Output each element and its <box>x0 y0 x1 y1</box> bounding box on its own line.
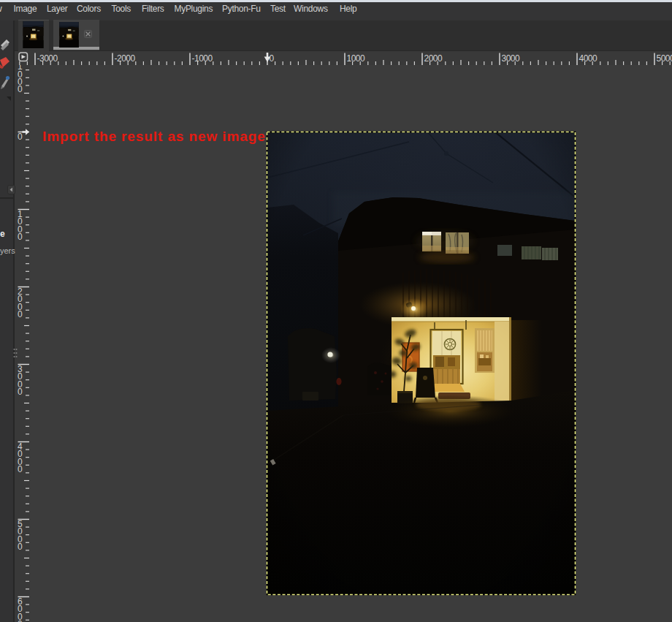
svg-text:0: 0 <box>18 387 23 397</box>
svg-text:2000: 2000 <box>424 53 443 64</box>
svg-text:0: 0 <box>18 619 23 622</box>
svg-text:-1000: -1000 <box>192 53 213 64</box>
svg-text:0: 0 <box>18 464 23 474</box>
svg-text:-3000: -3000 <box>37 53 58 64</box>
svg-text:0: 0 <box>18 84 23 94</box>
svg-text:0: 0 <box>18 132 23 142</box>
svg-text:-2000: -2000 <box>115 53 136 64</box>
svg-text:0: 0 <box>18 232 23 242</box>
svg-text:0: 0 <box>270 53 275 64</box>
svg-text:4000: 4000 <box>579 53 598 64</box>
svg-text:1000: 1000 <box>347 53 366 64</box>
svg-text:0: 0 <box>18 309 23 319</box>
svg-text:0: 0 <box>18 542 23 552</box>
svg-text:3000: 3000 <box>502 53 521 64</box>
